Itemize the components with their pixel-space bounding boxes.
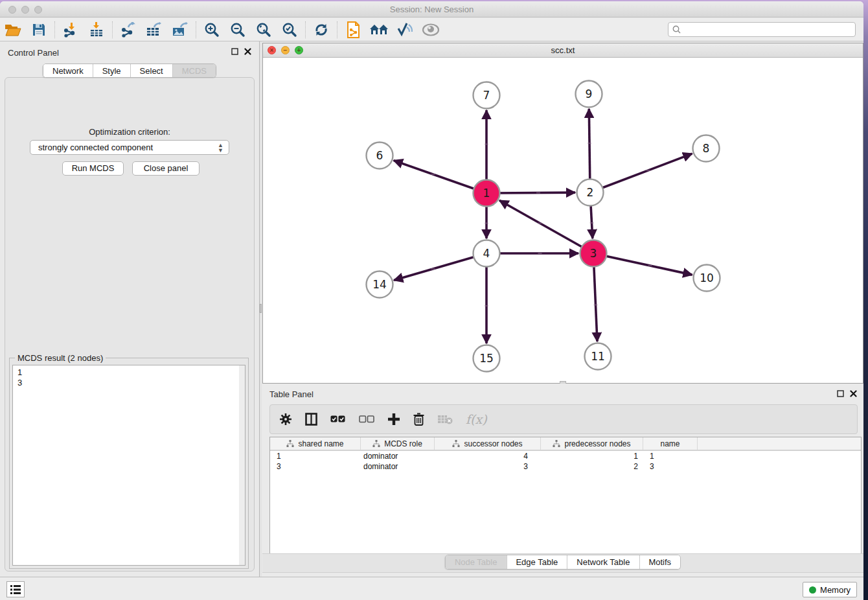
mcds-result-list[interactable]: 1 3 (12, 365, 246, 566)
application-window: Session: New Session (0, 1, 863, 600)
gear-icon[interactable] (279, 413, 292, 426)
task-history-button[interactable] (6, 581, 25, 597)
main-toolbar (0, 18, 863, 41)
chevron-updown-icon: ▲▼ (218, 143, 223, 153)
eye-icon[interactable] (418, 20, 444, 40)
graph-edge-4-14[interactable] (394, 253, 486, 281)
edge-label-mark (646, 170, 650, 171)
float-panel-icon[interactable] (837, 390, 844, 397)
graph-edge-2-8[interactable] (590, 154, 692, 192)
column-header-name[interactable]: name (643, 437, 698, 450)
tab-motifs[interactable]: Motifs (639, 555, 680, 569)
cell-successor-nodes[interactable]: 4 (435, 452, 541, 461)
graph-edge-3-10[interactable] (593, 253, 692, 275)
graph-node-label: 10 (700, 271, 714, 284)
memory-button[interactable]: Memory (803, 582, 857, 597)
cell-predecessor-nodes[interactable]: 2 (541, 462, 643, 471)
memory-label: Memory (820, 585, 851, 595)
delete-icon[interactable] (413, 413, 424, 426)
graph-edge-3-1[interactable] (499, 200, 593, 253)
zoom-selected-icon[interactable] (277, 20, 303, 40)
zoom-in-icon[interactable] (199, 20, 225, 40)
delete-table-icon[interactable] (437, 414, 453, 424)
table-tabs-strip: Node Table Edge Table Network Table Moti… (262, 553, 863, 573)
refresh-icon[interactable] (308, 20, 334, 40)
float-panel-icon[interactable] (231, 48, 238, 55)
edge-label-mark (431, 174, 435, 175)
column-header-mcds-role[interactable]: MCDS role (361, 437, 435, 450)
network-canvas[interactable]: 7968124314101511 (263, 58, 863, 383)
graph-node-label: 4 (483, 247, 490, 260)
column-header-successor-nodes[interactable]: successor nodes (435, 437, 541, 450)
deselect-all-icon[interactable] (359, 415, 374, 424)
edge-label-mark (648, 265, 652, 266)
cell-shared-name[interactable]: 1 (270, 452, 361, 461)
tab-edge-table[interactable]: Edge Table (506, 555, 567, 569)
zoom-out-icon[interactable] (225, 20, 251, 40)
tree-icon (452, 440, 460, 447)
select-all-icon[interactable] (330, 415, 346, 424)
export-network-icon[interactable] (115, 20, 141, 40)
search-input[interactable] (668, 22, 856, 37)
column-icon[interactable] (305, 413, 317, 426)
cell-successor-nodes[interactable]: 3 (435, 462, 541, 471)
column-header-predecessor-nodes[interactable]: predecessor nodes (541, 437, 643, 450)
table-toolbar: f(x) (269, 404, 858, 434)
cell-mcds-role[interactable]: dominator (361, 462, 435, 471)
vertical-splitter[interactable] (259, 41, 262, 577)
scrollbar-track[interactable] (239, 365, 245, 565)
graph-node-label: 14 (372, 278, 387, 291)
cell-name[interactable]: 1 (643, 452, 698, 461)
home-icon[interactable] (366, 20, 392, 40)
tab-network-table[interactable]: Network Table (567, 555, 639, 569)
zoom-fit-icon[interactable] (251, 20, 277, 40)
tab-network[interactable]: Network (43, 64, 93, 77)
edge-label-mark (538, 223, 542, 224)
close-panel-icon[interactable] (850, 390, 857, 397)
graph-edge-1-6[interactable] (394, 161, 486, 193)
memory-status-icon (809, 586, 816, 594)
edge-label-mark (538, 253, 542, 254)
window-title: Session: New Session (0, 5, 863, 14)
network-view-window: × − + scc.txt 7968124314101511 (262, 43, 863, 384)
function-icon[interactable]: f(x) (466, 412, 487, 426)
table-row[interactable]: 1 dominator 4 1 1 (270, 451, 861, 461)
close-panel-icon[interactable] (244, 48, 251, 55)
mcds-tab-pane: Optimization criterion: strongly connect… (5, 77, 255, 571)
cell-mcds-role[interactable]: dominator (361, 452, 435, 461)
import-table-icon[interactable] (84, 20, 109, 40)
open-file-icon[interactable] (0, 20, 26, 40)
optimization-criterion-select[interactable]: strongly connected component ▲▼ (30, 140, 229, 155)
export-table-icon[interactable] (141, 20, 167, 40)
table-header-row: shared name MCDS role successor nodes pr… (270, 437, 861, 451)
run-mcds-button[interactable]: Run MCDS (62, 161, 124, 176)
network-window-titlebar[interactable]: × − + scc.txt (263, 43, 863, 58)
cell-shared-name[interactable]: 3 (270, 462, 361, 471)
save-session-icon[interactable] (26, 20, 52, 40)
table-row[interactable]: 3 dominator 3 2 3 (270, 461, 861, 472)
tab-node-table[interactable]: Node Table (446, 555, 507, 569)
toolbar-separator (305, 21, 306, 38)
import-network-icon[interactable] (58, 20, 84, 40)
new-network-icon[interactable] (340, 20, 366, 40)
edge-label-mark (536, 192, 540, 194)
cell-predecessor-nodes[interactable]: 1 (541, 452, 643, 461)
network-graph[interactable]: 7968124314101511 (263, 58, 863, 384)
tab-select[interactable]: Select (130, 64, 172, 77)
tab-style[interactable]: Style (93, 64, 130, 77)
tree-icon (372, 440, 380, 447)
graphics-details-icon[interactable] (392, 20, 418, 40)
column-header-shared-name[interactable]: shared name (270, 437, 361, 450)
close-panel-button[interactable]: Close panel (132, 161, 200, 176)
add-icon[interactable] (387, 413, 400, 426)
tab-mcds[interactable]: MCDS (172, 64, 216, 77)
graph-node-label: 3 (590, 247, 597, 260)
optimization-criterion-label: Optimization criterion: (5, 127, 254, 137)
node-table[interactable]: shared name MCDS role successor nodes pr… (269, 437, 862, 557)
search-field (668, 22, 856, 37)
cell-name[interactable]: 3 (643, 462, 698, 471)
control-panel-tabs: Network Style Select MCDS (43, 63, 216, 78)
edge-label-mark (588, 143, 591, 144)
splitter-grip[interactable] (260, 304, 262, 313)
export-image-icon[interactable] (167, 20, 193, 40)
